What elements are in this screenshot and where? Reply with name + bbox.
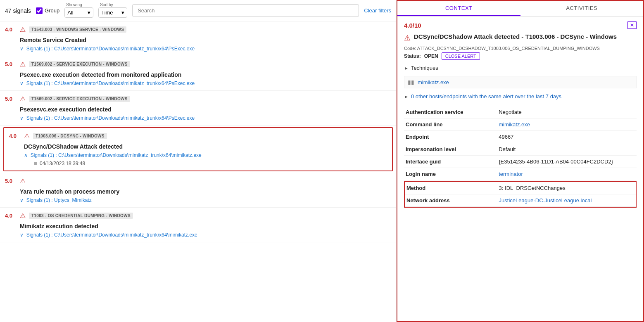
signal-title-3: Psexesvc.exe execution detected [5, 104, 391, 114]
mimikatz-file-icon: ▮▮ [408, 79, 414, 85]
signal-title-4: DCSync/DCShadow Attack detected [9, 142, 387, 152]
alert-icon-5: ⚠ [20, 177, 26, 185]
alert-score-text: 4.0/10 [404, 22, 421, 29]
techniques-label: Techniques [411, 65, 438, 71]
detail-val-impersonation: Default [497, 143, 637, 156]
detail-key-login: Login name [404, 168, 497, 180]
search-input[interactable] [132, 4, 359, 17]
signal-group-2: 5.0 ⚠ T1569.002 - SERVICE EXECUTION - WI… [0, 56, 396, 91]
signal-signals-1[interactable]: ∨ Signals (1) : C:\Users\terminator\Down… [5, 46, 391, 52]
close-x-button[interactable]: ✕ [627, 21, 637, 29]
detail-table: Authentication service Negotiate Command… [404, 106, 637, 180]
detail-row-login: Login name terminator [404, 168, 637, 180]
signal-group-1: 4.0 ⚠ T1543.003 - WINDOWS SERVICE - WIND… [0, 21, 396, 56]
signal-header-6: 4.0 ⚠ T1003 - OS CREDENTIAL DUMPING - WI… [5, 212, 391, 220]
score-6: 4.0 [5, 213, 17, 219]
group-label: Group [45, 7, 59, 14]
detail-row-cmdline: Command line mimikatz.exe [404, 118, 637, 131]
detail-row-method: Method 3: IDL_DRSGetNCChanges [405, 182, 636, 194]
signal-signals-5[interactable]: ∨ Signals (1) : Uptycs_Mimikatz [5, 197, 391, 203]
signal-header-4: 4.0 ⚠ T1003.006 - DCSYNC - WINDOWS [9, 132, 387, 140]
detail-key-endpoint: Endpoint [404, 131, 497, 143]
signal-title-2: Psexec.exe execution detected from monit… [5, 70, 391, 80]
tag-4: T1003.006 - DCSYNC - WINDOWS [33, 133, 107, 139]
mimikatz-row[interactable]: ▮▮ mimikatz.exe [404, 76, 637, 88]
signal-title-1: Remote Service Created [5, 35, 391, 45]
detail-val-login[interactable]: terminator [497, 168, 637, 180]
signal-title-6: Mimikatz execution detected [5, 221, 391, 231]
alert-title-row: ⚠ DCSync/DCShadow Attack detected - T100… [404, 33, 637, 43]
detail-val-network[interactable]: JusticeLeague-DC.JusticeLeague.local [497, 194, 636, 207]
tag-1: T1543.003 - WINDOWS SERVICE - WINDOWS [29, 26, 126, 33]
signal-group-5: 5.0 ⚠ Yara rule match on process memory … [0, 173, 396, 208]
score-1: 4.0 [5, 26, 17, 33]
score-3: 5.0 [5, 96, 17, 102]
score-2: 5.0 [5, 61, 17, 67]
showing-dropdown-container: Showing All [64, 3, 93, 18]
signal-header-1: 4.0 ⚠ T1543.003 - WINDOWS SERVICE - WIND… [5, 26, 391, 33]
alert-icon-4: ⚠ [24, 132, 30, 140]
tag-3: T1569.002 - SERVICE EXECUTION - WINDOWS [29, 96, 130, 102]
status-value: OPEN [424, 53, 438, 59]
signal-signals-6[interactable]: ∨ Signals (1) : C:\Users\terminator\Down… [5, 232, 391, 238]
sortby-sublabel: Sort by [100, 2, 113, 7]
mimikatz-label: mimikatz.exe [418, 79, 449, 85]
alert-title-text: DCSync/DCShadow Attack detected - T1003.… [414, 33, 617, 40]
signal-signals-3[interactable]: ∨ Signals (1) : C:\Users\terminator\Down… [5, 115, 391, 121]
showing-sublabel: Showing [66, 2, 82, 7]
techniques-expand-icon: ► [404, 66, 409, 71]
signal-header-5: 5.0 ⚠ [5, 177, 391, 185]
alert-icon-2: ⚠ [20, 60, 26, 68]
techniques-row[interactable]: ► Techniques [404, 65, 637, 71]
signal-list: 4.0 ⚠ T1543.003 - WINDOWS SERVICE - WIND… [0, 21, 396, 322]
signal-group-4[interactable]: 4.0 ⚠ T1003.006 - DCSYNC - WINDOWS DCSyn… [3, 127, 393, 171]
right-content: 4.0/10 ✕ ⚠ DCSync/DCShadow Attack detect… [397, 17, 643, 321]
signal-header-3: 5.0 ⚠ T1569.002 - SERVICE EXECUTION - WI… [5, 95, 391, 103]
score-4: 4.0 [9, 133, 21, 139]
signals-count: 47 signals [5, 7, 31, 14]
score-5: 5.0 [5, 178, 17, 184]
signal-group-6: 4.0 ⚠ T1003 - OS CREDENTIAL DUMPING - WI… [0, 208, 396, 242]
sortby-dropdown-container: Sort by Time [98, 3, 127, 18]
alert-score-bar: 4.0/10 ✕ [404, 21, 637, 29]
signal-signals-2[interactable]: ∨ Signals (1) : C:\Users\terminator\Down… [5, 80, 391, 86]
detail-row-endpoint: Endpoint 49667 [404, 131, 637, 143]
group-checkbox-container: Group [36, 7, 59, 14]
detail-table-highlighted: Method 3: IDL_DRSGetNCChanges Network ad… [405, 182, 636, 207]
right-tabs: CONTEXT ACTIVITIES [397, 1, 643, 17]
signal-timestamp-4: 04/13/2023 18:39:48 [9, 161, 387, 166]
detail-val-auth: Negotiate [497, 106, 637, 118]
group-checkbox[interactable] [36, 7, 43, 14]
alert-icon-1: ⚠ [20, 26, 26, 33]
detail-row-auth: Authentication service Negotiate [404, 106, 637, 118]
other-hosts-row[interactable]: ► 0 other hosts/endpoints with the same … [404, 93, 637, 99]
close-alert-button[interactable]: CLOSE ALERT [442, 52, 480, 60]
showing-dropdown[interactable]: All [64, 7, 93, 18]
alert-code: Code: ATTACK_DCSYNC_DCSHADOW_T1003.006_O… [404, 46, 637, 51]
tag-6: T1003 - OS CREDENTIAL DUMPING - WINDOWS [29, 213, 133, 219]
tag-2: T1569.002 - SERVICE EXECUTION - WINDOWS [29, 61, 130, 67]
detail-row-impersonation: Impersonation level Default [404, 143, 637, 156]
code-label: Code: [404, 46, 416, 51]
detail-row-guid: Interface guid {E3514235-4B06-11D1-AB04-… [404, 156, 637, 168]
tab-activities[interactable]: ACTIVITIES [520, 1, 644, 16]
detail-val-method: 3: IDL_DRSGetNCChanges [497, 182, 636, 194]
detail-row-network: Network address JusticeLeague-DC.Justice… [405, 194, 636, 207]
detail-key-cmdline: Command line [404, 118, 497, 131]
detail-key-impersonation: Impersonation level [404, 143, 497, 156]
signal-header-2: 5.0 ⚠ T1569.002 - SERVICE EXECUTION - WI… [5, 60, 391, 68]
other-hosts-text: 0 other hosts/endpoints with the same al… [411, 93, 561, 99]
alert-icon-3: ⚠ [20, 95, 26, 103]
detail-val-endpoint: 49667 [497, 131, 637, 143]
alert-title-icon: ⚠ [404, 33, 411, 43]
clear-filters-button[interactable]: Clear filters [364, 7, 391, 14]
detail-key-auth: Authentication service [404, 106, 497, 118]
status-label: Status: [404, 53, 421, 59]
detail-val-cmdline[interactable]: mimikatz.exe [497, 118, 637, 131]
tab-context[interactable]: CONTEXT [397, 1, 520, 16]
detail-key-method: Method [405, 182, 497, 194]
sortby-dropdown[interactable]: Time [98, 7, 127, 18]
alert-icon-6: ⚠ [20, 212, 26, 220]
signal-signals-4[interactable]: ∧ Signals (1) : C:\Users\terminator\Down… [9, 152, 387, 158]
detail-val-guid: {E3514235-4B06-11D1-AB04-00C04FC2DCD2} [497, 156, 637, 168]
